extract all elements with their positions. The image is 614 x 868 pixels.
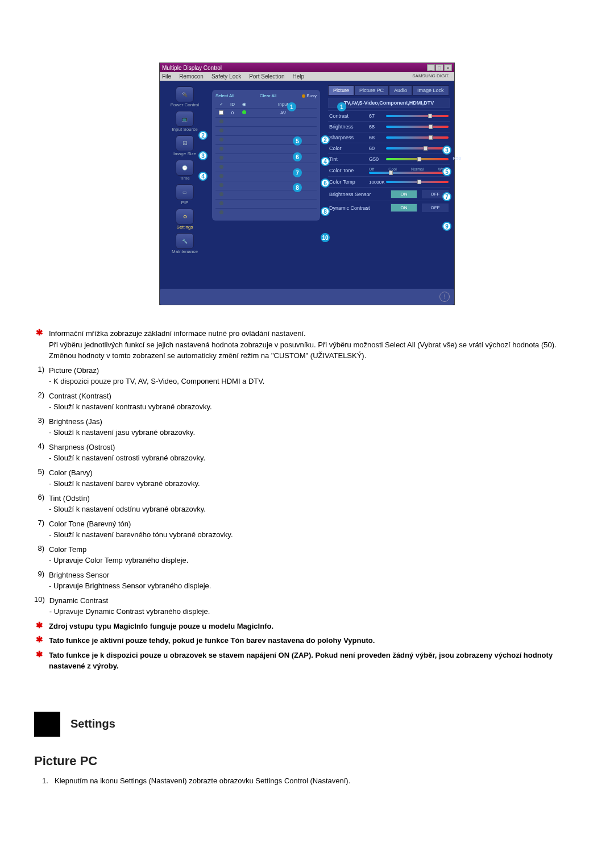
sharpness-slider[interactable] <box>386 136 449 139</box>
callout-bubble: 8 <box>321 207 330 216</box>
colortemp-slider[interactable] <box>386 181 449 183</box>
dynamic-contrast-off-button[interactable]: OFF <box>422 203 449 212</box>
item-title: Brightness (Jas) <box>49 416 580 427</box>
select-all-button[interactable]: Select All <box>215 93 234 98</box>
tab-audio[interactable]: Audio <box>389 85 412 95</box>
grid-row[interactable] <box>215 144 317 153</box>
sidebar-item-label: Settings <box>177 225 193 230</box>
item-desc: - Slouží k nastavení jasu vybrané obrazo… <box>49 427 580 438</box>
brightness-slider[interactable] <box>386 126 449 128</box>
tab-picture[interactable]: Picture <box>328 85 354 95</box>
numbered-item: 6)Tint (Odstín)- Slouží k nastavení odst… <box>34 493 580 515</box>
grid-row[interactable] <box>215 208 317 217</box>
star-note: ✱Tato funkce je k dispozici pouze u obra… <box>34 650 580 672</box>
titlebar: Multiple Display Control _ □ × <box>160 63 454 72</box>
brightness-sensor-on-button[interactable]: ON <box>391 190 417 198</box>
minimize-icon[interactable]: _ <box>427 64 435 71</box>
tint-left-value: G50 <box>369 156 386 162</box>
close-icon[interactable]: × <box>444 64 452 71</box>
sidebar-item-time[interactable]: 🕐Time <box>168 160 202 181</box>
colortemp-value: 10000K <box>369 180 386 185</box>
ol-text: Klepnutím na ikonu Settings (Nastavení) … <box>55 775 350 787</box>
star-note: ✱Tato funkce je aktivní pouze tehdy, pok… <box>34 635 580 646</box>
colortone-label: Color Tone <box>329 168 369 173</box>
item-title: Dynamic Contrast <box>49 595 580 607</box>
row-checkbox[interactable] <box>219 110 223 115</box>
callout-bubble: 7 <box>442 192 451 201</box>
star-icon: ✱ <box>34 621 44 629</box>
sidebar-item-settings[interactable]: ⚙Settings <box>168 209 202 230</box>
menu-portselection[interactable]: Port Selection <box>249 73 284 80</box>
numbered-item: 8)Color Temp- Upravuje Color Temp vybran… <box>34 544 580 566</box>
grid-row[interactable] <box>215 126 317 135</box>
callout-bubble: 4 <box>321 157 330 166</box>
info-icon[interactable]: ! <box>439 292 450 302</box>
tint-slider[interactable] <box>386 158 449 160</box>
sidebar-item-maintenance[interactable]: 🔧Maintenance <box>168 233 202 254</box>
panel-header: TV,AV,S-Video,Component,HDMI,DTV <box>328 98 450 108</box>
grid-row[interactable] <box>215 117 317 126</box>
numbered-item: 1)Picture (Obraz)- K dispozici pouze pro… <box>34 365 580 387</box>
item-number: 2) <box>34 391 44 413</box>
clear-all-button[interactable]: Clear All <box>260 93 277 98</box>
menu-remocon[interactable]: Remocon <box>179 73 204 80</box>
callout-bubble: 3 <box>198 151 208 160</box>
sharpness-row: Sharpness 68 <box>328 132 450 143</box>
menu-help[interactable]: Help <box>292 73 304 80</box>
sidebar-item-imagesize[interactable]: 🖼Image Size <box>168 135 202 156</box>
grid-row[interactable] <box>215 163 317 172</box>
callout-bubble: 5 <box>293 136 302 146</box>
callout-bubble: 1 <box>287 102 296 111</box>
item-number: 8) <box>34 544 44 566</box>
brightness-sensor-row: Brightness Sensor ON OFF <box>328 187 450 201</box>
intro-text: Informační mřížka zobrazuje základní inf… <box>49 328 580 362</box>
callout-bubble: 8 <box>293 183 302 192</box>
callout-bubble: 9 <box>442 222 451 231</box>
item-number: 4) <box>34 442 44 464</box>
colortemp-label: Color Temp <box>329 179 369 185</box>
col-input: Input <box>250 102 317 107</box>
dynamic-contrast-on-button[interactable]: ON <box>391 203 417 212</box>
star-icon: ✱ <box>34 650 44 658</box>
section-block-icon <box>34 712 60 737</box>
colortemp-row: Color Temp 10000K <box>328 176 450 187</box>
busy-label: Busy <box>306 93 317 98</box>
callout-bubble: 6 <box>293 152 302 161</box>
star-note-text: Tato funkce je k dispozici pouze u obraz… <box>49 650 580 672</box>
colortone-slider[interactable] <box>369 172 449 174</box>
row-id: 0 <box>227 110 238 115</box>
color-row: Color 60 <box>328 143 450 153</box>
grid-row[interactable] <box>215 199 317 208</box>
window-title: Multiple Display Control <box>162 65 222 71</box>
numbered-item: 10)Dynamic Contrast- Upravuje Dynamic Co… <box>34 595 580 617</box>
sidebar-item-power[interactable]: 🔌Power Control <box>168 86 202 107</box>
brightness-value: 68 <box>369 124 386 130</box>
color-slider[interactable] <box>386 147 449 149</box>
row-input: AV <box>250 110 317 115</box>
menu-safetylock[interactable]: Safety Lock <box>211 73 241 80</box>
color-value: 60 <box>369 146 386 151</box>
numbered-item: 5)Color (Barvy)- Slouží k nastavení bare… <box>34 467 580 489</box>
grid-row[interactable]: 0 AV <box>215 108 317 117</box>
callout-bubble: 3 <box>442 146 451 155</box>
item-desc: - K dispozici pouze pro TV, AV, S-Video,… <box>49 376 580 387</box>
menu-file[interactable]: File <box>162 73 171 80</box>
sidebar-item-pip[interactable]: ▭PIP <box>168 184 202 205</box>
sidebar-item-input[interactable]: 📺Input Source <box>168 111 202 132</box>
item-number: 3) <box>34 416 44 438</box>
maximize-icon[interactable]: □ <box>435 64 443 71</box>
section-title: Settings <box>70 717 115 730</box>
grid-row[interactable] <box>215 190 317 199</box>
tab-picture-pc[interactable]: Picture PC <box>354 85 389 95</box>
item-desc: - Upravuje Brightness Sensor vybraného d… <box>49 580 580 592</box>
brightness-label: Brightness <box>329 124 369 130</box>
item-desc: - Slouží k nastavení barevného tónu vybr… <box>49 529 580 541</box>
intro-line-2: Při výběru jednotlivých funkcí se jejich… <box>49 340 557 360</box>
contrast-slider[interactable] <box>386 115 449 117</box>
tone-opt-normal: Normal <box>411 167 424 171</box>
numbered-item: 1. Klepnutím na ikonu Settings (Nastaven… <box>42 775 580 787</box>
tab-image-lock[interactable]: Image Lock <box>412 85 449 95</box>
callout-bubble: 1 <box>337 102 346 111</box>
numbered-item: 9)Brightness Sensor- Upravuje Brightness… <box>34 570 580 592</box>
sidebar-item-label: PIP <box>181 200 189 205</box>
